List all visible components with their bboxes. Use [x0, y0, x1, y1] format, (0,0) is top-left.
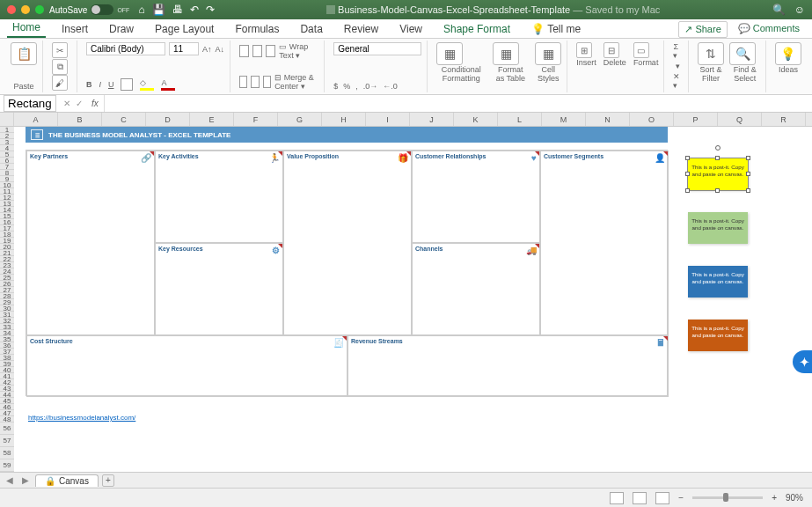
key-activities-cell[interactable]: Key Activities🏃 — [155, 151, 283, 243]
col-header[interactable]: Q — [718, 113, 762, 126]
tab-home[interactable]: Home — [7, 18, 46, 38]
col-header[interactable]: B — [58, 113, 102, 126]
autosum-icon[interactable]: Σ ▾ — [673, 42, 682, 60]
align-top-icon[interactable] — [239, 45, 249, 57]
redo-icon[interactable]: ↷ — [206, 4, 215, 16]
value-proposition-cell[interactable]: Value Proposition🎁 — [283, 151, 412, 335]
zoom-slider[interactable] — [692, 496, 763, 499]
rotate-handle[interactable] — [715, 145, 721, 151]
enter-formula-icon[interactable]: ✓ — [76, 99, 83, 108]
ideas-button[interactable]: 💡 — [775, 42, 801, 65]
increase-font-icon[interactable]: A↑ — [202, 45, 212, 54]
col-header[interactable]: F — [234, 113, 278, 126]
row-header[interactable]: 48 — [0, 416, 14, 422]
page-layout-view-icon[interactable] — [633, 492, 647, 504]
cell-styles-button[interactable]: ▦ — [535, 42, 561, 65]
cost-structure-cell[interactable]: Cost Structure🧾 — [26, 335, 347, 397]
col-header[interactable]: E — [190, 113, 234, 126]
tab-page-layout[interactable]: Page Layout — [150, 20, 219, 38]
align-center-icon[interactable] — [251, 76, 259, 88]
find-select-button[interactable]: 🔍 — [729, 42, 756, 65]
decrease-font-icon[interactable]: A↓ — [215, 45, 224, 54]
comma-icon[interactable]: , — [355, 82, 358, 91]
autosave-switch[interactable] — [91, 4, 113, 15]
delete-cells-button[interactable]: ⊟ — [604, 42, 619, 58]
clear-icon[interactable]: ✕ ▾ — [673, 72, 682, 90]
decrease-decimal-icon[interactable]: ←.0 — [383, 82, 398, 91]
currency-icon[interactable]: $ — [333, 82, 338, 91]
postit-yellow[interactable]: This is a post-it. Copy and paste on can… — [688, 158, 748, 190]
close-window-icon[interactable] — [7, 5, 16, 14]
tab-shape-format[interactable]: Shape Format — [438, 20, 516, 38]
row-header[interactable]: 56 — [0, 422, 14, 435]
wrap-text-button[interactable]: ▭ Wrap Text ▾ — [279, 42, 318, 60]
sheet-tab-canvas[interactable]: 🔒Canvas — [35, 474, 99, 487]
add-sheet-button[interactable]: + — [102, 474, 114, 487]
resize-handle[interactable] — [715, 188, 720, 193]
align-middle-icon[interactable] — [252, 45, 262, 57]
format-cells-button[interactable]: ▭ — [633, 42, 649, 58]
font-size-select[interactable] — [169, 42, 199, 55]
comments-button[interactable]: 💬 Comments — [733, 21, 805, 38]
tab-view[interactable]: View — [394, 20, 428, 38]
col-header[interactable]: A — [14, 113, 58, 126]
worksheet[interactable]: A B C D E F G H I J K L M N O P Q R S T … — [0, 113, 812, 482]
format-painter-icon[interactable]: 🖌 — [52, 75, 68, 91]
postit-orange[interactable]: This is a post-it. Copy and paste on can… — [688, 320, 748, 351]
col-header[interactable]: S — [806, 113, 812, 126]
share-button[interactable]: ↗ Share — [678, 21, 727, 38]
bold-button[interactable]: B — [86, 80, 92, 89]
format-as-table-button[interactable]: ▦ — [493, 42, 519, 65]
fx-label[interactable]: fx — [86, 99, 104, 108]
tab-review[interactable]: Review — [339, 20, 384, 38]
resize-handle[interactable] — [685, 172, 690, 176]
align-left-icon[interactable] — [239, 76, 247, 88]
col-header[interactable]: I — [366, 113, 410, 126]
customer-segments-cell[interactable]: Customer Segments👤 — [540, 151, 669, 335]
col-header[interactable]: G — [278, 113, 322, 126]
conditional-formatting-button[interactable]: ▦ — [436, 42, 463, 65]
cancel-formula-icon[interactable]: ✕ — [63, 99, 70, 108]
search-icon[interactable]: 🔍 — [772, 4, 786, 16]
borders-button[interactable] — [121, 78, 133, 91]
resize-handle[interactable] — [746, 172, 750, 176]
col-header[interactable]: J — [410, 113, 454, 126]
postit-blue[interactable]: This is a post-it. Copy and paste on can… — [688, 266, 748, 298]
tab-insert[interactable]: Insert — [56, 20, 93, 38]
copy-icon[interactable]: ⧉ — [52, 59, 68, 75]
home-icon[interactable]: ⌂ — [138, 4, 144, 16]
col-header[interactable]: O — [630, 113, 674, 126]
percent-icon[interactable]: % — [343, 82, 350, 91]
tab-formulas[interactable]: Formulas — [230, 20, 284, 38]
increase-decimal-icon[interactable]: .0→ — [363, 82, 378, 91]
merge-center-button[interactable]: ⊟ Merge & Center ▾ — [274, 73, 318, 91]
row-header[interactable]: 57 — [0, 435, 14, 447]
next-sheet-icon[interactable]: ▶ — [19, 474, 32, 487]
tab-draw[interactable]: Draw — [104, 20, 139, 38]
select-all-corner[interactable] — [0, 113, 14, 126]
underline-button[interactable]: U — [108, 80, 114, 89]
key-partners-cell[interactable]: Key Partners🔗 — [26, 151, 155, 335]
number-format-select[interactable] — [333, 42, 421, 55]
col-header[interactable]: R — [762, 113, 806, 126]
formula-input[interactable] — [104, 95, 812, 112]
zoom-level[interactable]: 90% — [786, 493, 803, 503]
tab-data[interactable]: Data — [295, 20, 327, 38]
print-icon[interactable]: 🖶 — [172, 4, 183, 16]
resize-handle[interactable] — [685, 188, 690, 193]
align-bottom-icon[interactable] — [266, 45, 275, 57]
col-header[interactable]: C — [102, 113, 146, 126]
zoom-window-icon[interactable] — [35, 5, 44, 14]
postit-green[interactable]: This is a post-it. Copy and paste on can… — [688, 212, 748, 244]
source-link[interactable]: https://businessmodelanalyst.com/ — [28, 414, 135, 422]
sort-filter-button[interactable]: ⇅ — [698, 42, 724, 65]
revenue-streams-cell[interactable]: Revenue Streams🖩 — [347, 335, 669, 397]
resize-handle[interactable] — [746, 188, 750, 193]
tell-me[interactable]: 💡 Tell me — [526, 20, 586, 38]
autosave-toggle[interactable]: AutoSave OFF — [49, 4, 129, 15]
paste-button[interactable]: 📋 — [11, 42, 37, 65]
row-header[interactable]: 59 — [0, 459, 14, 472]
undo-icon[interactable]: ↶ — [190, 4, 199, 16]
customer-relationships-cell[interactable]: Customer Relationships♥ — [412, 151, 540, 243]
resize-handle[interactable] — [685, 156, 690, 160]
